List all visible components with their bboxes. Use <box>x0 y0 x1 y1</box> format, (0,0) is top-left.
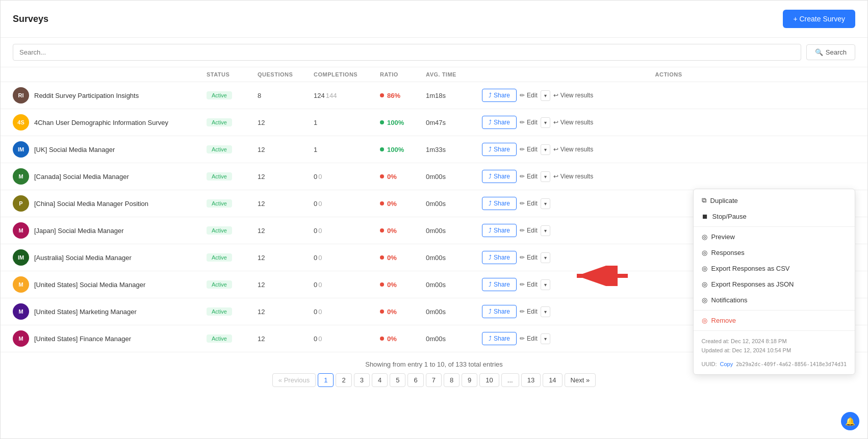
dropdown-arrow-button[interactable]: ▾ <box>541 171 550 182</box>
edit-button[interactable]: ✏ Edit <box>520 281 538 288</box>
edit-button[interactable]: ✏ Edit <box>520 254 538 261</box>
survey-name-cell: P [China] Social Media Manager Position <box>13 195 207 212</box>
dropdown-preview[interactable]: ◎ Preview <box>694 229 855 245</box>
ratio-cell: 0% <box>380 281 426 289</box>
avg-time-cell: 0m00s <box>426 254 482 262</box>
page-button[interactable]: 8 <box>444 373 459 387</box>
edit-button[interactable]: ✏ Edit <box>520 200 538 207</box>
survey-name-cell: M [Japan] Social Media Manager <box>13 222 207 239</box>
ratio-pct: 100% <box>387 146 404 153</box>
status-cell: Active <box>207 226 258 235</box>
share-button[interactable]: ⤴ Share <box>482 170 517 183</box>
share-button[interactable]: ⤴ Share <box>482 332 517 345</box>
actions-cell: ⤴ Share ✏ Edit ▾ ↩ View results ⧉ Duplic… <box>482 170 855 183</box>
edit-button[interactable]: ✏ Edit <box>520 92 538 99</box>
dropdown-arrow-button[interactable]: ▾ <box>541 279 550 290</box>
view-results-button[interactable]: ↩ View results <box>553 146 593 153</box>
view-results-button[interactable]: ↩ View results <box>553 119 593 126</box>
dropdown-export-csv[interactable]: ◎ Export Responses as CSV <box>694 261 855 276</box>
questions-cell: 12 <box>258 254 314 262</box>
search-icon: 🔍 <box>815 48 823 56</box>
dropdown-arrow-button[interactable]: ▾ <box>541 198 550 209</box>
share-button[interactable]: ⤴ Share <box>482 305 517 318</box>
view-results-button[interactable]: ↩ View results <box>553 173 593 180</box>
search-input[interactable] <box>13 44 801 61</box>
page-button[interactable]: 5 <box>390 373 405 387</box>
create-survey-button[interactable]: + Create Survey <box>783 10 855 28</box>
responses-icon: ◎ <box>702 249 707 256</box>
share-button[interactable]: ⤴ Share <box>482 143 517 156</box>
completions-cell: 0 0 <box>314 200 380 208</box>
next-button[interactable]: Next » <box>565 373 596 387</box>
page-button[interactable]: 1 <box>318 373 334 387</box>
dropdown-export-json[interactable]: ◎ Export Responses as JSON <box>694 276 855 292</box>
ratio-pct: 0% <box>387 335 397 343</box>
copy-uuid-button[interactable]: Copy <box>720 361 733 367</box>
ratio-cell: 0% <box>380 254 426 262</box>
prev-button[interactable]: « Previous <box>272 373 316 387</box>
ratio-cell: 86% <box>380 92 426 99</box>
page-button[interactable]: 14 <box>543 373 562 387</box>
page-button[interactable]: 6 <box>407 373 423 387</box>
page-button[interactable]: ... <box>501 373 519 387</box>
completions-cell: 0 0 <box>314 173 380 180</box>
avg-time-cell: 0m00s <box>426 335 482 343</box>
survey-name-cell: IM [UK] Social Media Manager <box>13 141 207 158</box>
completions-cell: 0 0 <box>314 308 380 316</box>
table-row: RI Reddit Survey Participation Insights … <box>1 82 867 109</box>
dropdown-stop-pause[interactable]: ⏹ Stop/Pause <box>694 209 855 224</box>
dropdown-responses[interactable]: ◎ Responses <box>694 245 855 261</box>
share-button[interactable]: ⤴ Share <box>482 224 517 237</box>
survey-name: 4Chan User Demographic Information Surve… <box>34 119 168 126</box>
avatar: 4S <box>13 114 29 131</box>
share-button[interactable]: ⤴ Share <box>482 116 517 129</box>
ratio-pct: 86% <box>387 92 400 99</box>
dropdown-arrow-button[interactable]: ▾ <box>541 252 550 263</box>
edit-icon: ✏ <box>520 254 525 261</box>
dropdown-arrow-button[interactable]: ▾ <box>541 90 550 101</box>
page-button[interactable]: 2 <box>336 373 351 387</box>
status-badge: Active <box>207 280 232 289</box>
avatar: IM <box>13 249 29 266</box>
dropdown-arrow-button[interactable]: ▾ <box>541 117 550 128</box>
edit-icon: ✏ <box>520 200 525 207</box>
dropdown-remove[interactable]: ◎ Remove <box>694 313 855 328</box>
ratio-dot <box>380 120 384 124</box>
share-icon: ⤴ <box>489 335 492 342</box>
duplicate-icon: ⧉ <box>702 196 706 204</box>
completions-cell: 1 <box>314 119 380 126</box>
page-button[interactable]: 9 <box>462 373 477 387</box>
status-badge: Active <box>207 118 232 126</box>
share-button[interactable]: ⤴ Share <box>482 197 517 210</box>
help-button[interactable]: 🔔 <box>841 412 859 430</box>
dropdown-arrow-button[interactable]: ▾ <box>541 333 550 344</box>
edit-button[interactable]: ✏ Edit <box>520 119 538 126</box>
dropdown-notifications[interactable]: ◎ Notifications <box>694 292 855 308</box>
share-button[interactable]: ⤴ Share <box>482 89 517 102</box>
page-button[interactable]: 13 <box>521 373 541 387</box>
dropdown-arrow-button[interactable]: ▾ <box>541 306 550 317</box>
avg-time-cell: 0m00s <box>426 173 482 180</box>
view-results-button[interactable]: ↩ View results <box>553 92 593 99</box>
ratio-dot <box>380 309 384 314</box>
share-button[interactable]: ⤴ Share <box>482 251 517 264</box>
edit-button[interactable]: ✏ Edit <box>520 146 538 153</box>
search-button[interactable]: 🔍 Search <box>806 44 855 60</box>
dropdown-arrow-button[interactable]: ▾ <box>541 225 550 236</box>
page-button[interactable]: 4 <box>372 373 388 387</box>
page-button[interactable]: 3 <box>354 373 370 387</box>
edit-button[interactable]: ✏ Edit <box>520 308 538 315</box>
page-button[interactable]: 10 <box>479 373 499 387</box>
survey-table: RI Reddit Survey Participation Insights … <box>1 82 867 352</box>
survey-name-cell: M [United States] Finance Manager <box>13 330 207 347</box>
edit-button[interactable]: ✏ Edit <box>520 173 538 180</box>
dropdown-arrow-button[interactable]: ▾ <box>541 144 550 155</box>
share-button[interactable]: ⤴ Share <box>482 278 517 291</box>
page-button[interactable]: 7 <box>426 373 442 387</box>
edit-button[interactable]: ✏ Edit <box>520 335 538 342</box>
avg-time-cell: 0m00s <box>426 227 482 235</box>
edit-button[interactable]: ✏ Edit <box>520 227 538 234</box>
dropdown-duplicate[interactable]: ⧉ Duplicate <box>694 192 855 209</box>
search-bar: 🔍 Search <box>1 38 867 67</box>
ratio-cell: 0% <box>380 173 426 180</box>
